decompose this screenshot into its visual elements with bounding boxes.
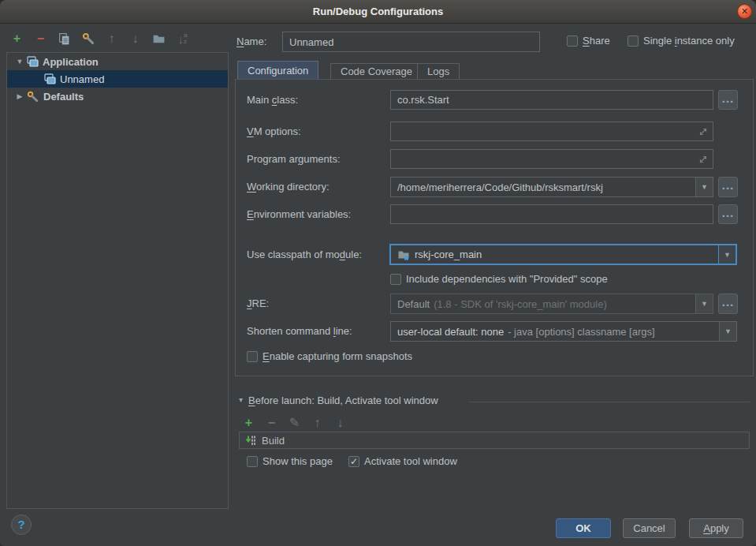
name-label: Name: [236, 32, 266, 51]
task-move-up-button[interactable]: ↑ [310, 416, 325, 431]
classpath-module-combo[interactable]: rskj-core_main ▼ [389, 244, 737, 265]
main-class-field[interactable]: co.rsk.Start [390, 90, 713, 110]
browse-working-directory-button[interactable]: ... [718, 177, 738, 197]
shorten-value-primary: user-local default: none [397, 326, 504, 338]
application-icon [26, 55, 39, 68]
browse-main-class-button[interactable]: ... [718, 90, 738, 110]
tab-code-coverage[interactable]: Code Coverage [330, 63, 423, 80]
tab-configuration[interactable]: Configuration [237, 61, 318, 80]
single-instance-label[interactable]: Single instance only [643, 35, 735, 47]
before-launch-collapse-icon[interactable]: ▾ [239, 395, 243, 404]
environment-variables-field[interactable] [390, 204, 713, 224]
plus-icon: + [245, 417, 252, 429]
defaults-wrench-icon [26, 90, 39, 103]
jre-label: JRE: [247, 294, 269, 313]
classpath-dropdown-arrow[interactable]: ▼ [718, 245, 736, 264]
working-directory-dropdown-arrow[interactable]: ▼ [695, 178, 713, 196]
move-down-icon: ↓ [337, 417, 344, 429]
add-task-button[interactable]: + [241, 416, 256, 431]
pencil-icon: ✎ [289, 417, 300, 429]
move-up-icon: ↑ [315, 417, 321, 429]
run-debug-configurations-dialog: Run/Debug Configurations ✕ + − ↑ ↓ [0, 0, 756, 546]
help-button[interactable]: ? [11, 514, 32, 535]
close-icon: ✕ [741, 6, 748, 16]
text-part: Single [643, 35, 675, 47]
task-move-down-button[interactable]: ↓ [333, 416, 348, 431]
program-arguments-field[interactable] [390, 149, 713, 169]
before-launch-title[interactable]: Before launch: Build, Activate tool wind… [248, 395, 438, 407]
task-row-build[interactable]: Build [244, 434, 285, 447]
vm-options-field[interactable] [390, 122, 713, 141]
text-part: B [248, 395, 255, 406]
working-directory-label: Working directory: [247, 177, 330, 196]
remove-configuration-button[interactable]: − [33, 32, 48, 47]
before-launch-divider [468, 402, 750, 402]
sort-configurations-button[interactable]: ↓ a z [175, 32, 190, 47]
tree-item-defaults[interactable]: ▶ Defaults [7, 88, 228, 105]
move-up-button[interactable]: ↑ [104, 32, 119, 47]
text-part: ule: [345, 249, 362, 260]
activate-tool-window-checkbox[interactable]: ✓ [348, 456, 359, 467]
combo-arrow-icon: ▼ [701, 300, 708, 308]
show-this-page-label[interactable]: Show this page [263, 455, 333, 468]
remove-task-button[interactable]: − [264, 416, 279, 431]
collapse-arrow-icon[interactable]: ▶ [13, 92, 26, 100]
ellipsis-icon: ... [722, 92, 735, 105]
jre-combo[interactable]: Default (1.8 - SDK of 'rskj-core_main' m… [390, 294, 713, 314]
text-part: Show this page [263, 455, 333, 467]
move-down-button[interactable]: ↓ [128, 32, 143, 47]
include-provided-label[interactable]: Include dependencies with "Provided" sco… [406, 273, 608, 286]
shorten-command-line-label: Shorten command line: [247, 321, 352, 341]
text-part: N [236, 36, 244, 47]
activate-tool-window-label[interactable]: Activate tool window [364, 455, 457, 468]
shorten-dropdown-arrow[interactable]: ▼ [719, 322, 736, 341]
tree-item-unnamed[interactable]: Unnamed [7, 70, 228, 88]
sort-az-icon: a z [184, 32, 187, 45]
create-folder-button[interactable] [151, 32, 166, 47]
edit-defaults-button[interactable] [80, 32, 95, 47]
share-label[interactable]: Share [583, 35, 610, 47]
configurations-tree: ▼ Application Unnamed ▶ Defaults [6, 52, 229, 509]
application-icon [43, 73, 56, 85]
browse-jre-button[interactable]: ... [718, 294, 738, 314]
tree-item-application[interactable]: ▼ Application [7, 53, 228, 70]
include-provided-checkbox[interactable] [390, 274, 401, 285]
ok-label: OK [575, 522, 591, 534]
text-part: E [263, 350, 270, 362]
add-configuration-button[interactable]: + [9, 32, 24, 47]
shorten-command-line-combo[interactable]: user-local default: none - java [options… [390, 321, 737, 342]
cancel-button[interactable]: Cancel [623, 518, 676, 538]
text-part: Use classpath of mo [247, 249, 340, 260]
text-part: ▾ [239, 395, 243, 404]
module-icon [397, 249, 410, 261]
name-field[interactable]: Unnamed [282, 32, 540, 52]
copy-configuration-button[interactable] [57, 32, 72, 47]
expand-field-icon[interactable] [698, 127, 708, 136]
edit-task-button[interactable]: ✎ [287, 416, 302, 431]
tree-item-label: Defaults [43, 91, 84, 103]
move-down-icon: ↓ [132, 32, 139, 45]
enable-capturing-checkbox[interactable] [247, 351, 258, 362]
close-button[interactable]: ✕ [737, 4, 752, 19]
use-classpath-label: Use classpath of module: [247, 245, 362, 264]
tab-logs[interactable]: Logs [417, 63, 460, 80]
wrench-icon [81, 32, 95, 46]
ok-button[interactable]: OK [556, 518, 611, 538]
expand-arrow-icon[interactable]: ▼ [13, 58, 26, 65]
apply-button[interactable]: Apply [689, 518, 743, 538]
enable-capturing-label[interactable]: Enable capturing form snapshots [263, 350, 412, 363]
working-directory-combo[interactable]: /home/meriherrera/Code/Github/rsksmart/r… [390, 177, 713, 197]
browse-environment-variables-button[interactable]: ... [718, 204, 738, 224]
expand-field-icon[interactable] [698, 155, 708, 164]
jre-dropdown-arrow[interactable]: ▼ [695, 294, 713, 313]
text-part: efore launch: Build, Activate tool windo… [255, 395, 438, 406]
window-titlebar[interactable]: Run/Debug Configurations ✕ [0, 0, 756, 24]
share-checkbox[interactable] [567, 36, 578, 47]
jre-value-primary: Default [397, 298, 430, 310]
combo-arrow-icon: ▼ [724, 251, 731, 259]
text-part: nable capturing form snapshots [270, 350, 412, 362]
configurations-toolbar: + − ↑ ↓ ↓ a z [9, 29, 190, 48]
text-part: M options: [254, 125, 301, 137]
show-this-page-checkbox[interactable] [247, 456, 258, 467]
single-instance-checkbox[interactable] [628, 36, 639, 47]
